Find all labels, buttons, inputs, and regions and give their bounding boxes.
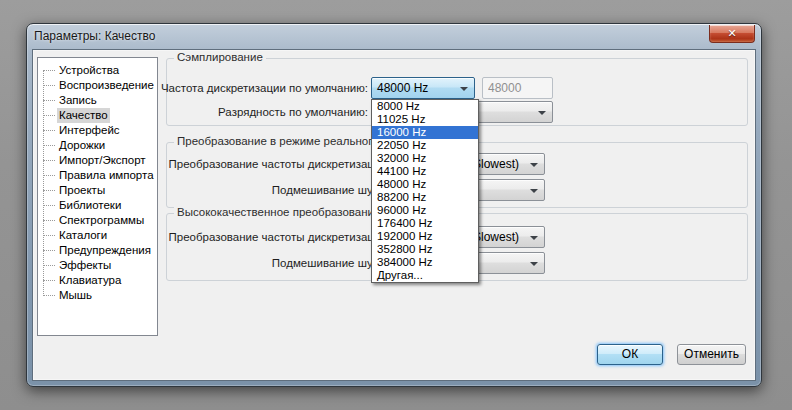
sidebar-item[interactable]: Запись [38, 93, 157, 108]
combo-value: 48000 Hz [377, 81, 428, 95]
dropdown-option[interactable]: 352800 Hz [372, 243, 478, 256]
dropdown-arrow-icon [460, 87, 468, 91]
rt-dither-label: Подмешивание шума: [150, 179, 390, 201]
dropdown-option[interactable]: 384000 Hz [372, 256, 478, 269]
screen: Параметры: Качество ✕ УстройстваВоспроиз… [0, 0, 792, 410]
preferences-tree: УстройстваВоспроизведениеЗаписьКачествоИ… [37, 57, 158, 336]
dropdown-arrow-icon [530, 163, 538, 167]
dropdown-option[interactable]: 16000 Hz [372, 126, 478, 139]
sidebar-item-label: Мышь [57, 288, 94, 303]
sidebar-item[interactable]: Импорт/Экспорт [38, 153, 157, 168]
sidebar-item[interactable]: Интерфейс [38, 123, 157, 138]
group-hq-title: Высококачественное преобразование [174, 206, 383, 218]
sidebar-item[interactable]: Мышь [38, 288, 157, 303]
sidebar-item[interactable]: Каталоги [38, 228, 157, 243]
ok-button[interactable]: ОК [597, 344, 663, 365]
sidebar-item-label: Эффекты [57, 258, 113, 273]
sidebar-item-label: Дорожки [57, 138, 107, 153]
sample-rate-dropdown-list: 8000 Hz11025 Hz16000 Hz22050 Hz32000 Hz4… [371, 99, 479, 283]
sidebar-item-label: Воспроизведение [57, 78, 156, 93]
default-bit-depth-label: Разрядность по умолчанию: [150, 101, 368, 123]
dropdown-option[interactable]: 176400 Hz [372, 217, 478, 230]
dropdown-arrow-icon [530, 189, 538, 193]
dropdown-option[interactable]: 44100 Hz [372, 165, 478, 178]
hq-dither-label: Подмешивание шума: [150, 252, 390, 274]
dropdown-option[interactable]: 11025 Hz [372, 113, 478, 126]
sidebar-item-label: Проекты [57, 183, 107, 198]
sidebar-item[interactable]: Проекты [38, 183, 157, 198]
rt-sample-rate-converter-label: Преобразование частоты дискретизации: [150, 153, 390, 175]
sidebar-item[interactable]: Эффекты [38, 258, 157, 273]
dialog-title: Параметры: Качество [34, 29, 155, 43]
dropdown-option[interactable]: 8000 Hz [372, 100, 478, 113]
sidebar-item[interactable]: Клавиатура [38, 273, 157, 288]
sidebar-item[interactable]: Предупреждения [38, 243, 157, 258]
sidebar-item-label: Запись [57, 93, 99, 108]
close-button[interactable]: ✕ [709, 25, 755, 43]
sidebar-item-label: Спектрограммы [57, 213, 146, 228]
sidebar-item[interactable]: Качество [38, 108, 157, 123]
dropdown-option[interactable]: 32000 Hz [372, 152, 478, 165]
cancel-button[interactable]: Отменить [677, 344, 746, 365]
dropdown-option[interactable]: 192000 Hz [372, 230, 478, 243]
sidebar-item[interactable]: Библиотеки [38, 198, 157, 213]
sidebar-item-label: Каталоги [57, 228, 109, 243]
sidebar-item[interactable]: Воспроизведение [38, 78, 157, 93]
dropdown-arrow-icon [538, 111, 546, 115]
sidebar-item-label: Библиотеки [57, 198, 123, 213]
hq-sample-rate-converter-label: Преобразование частоты дискретизации: [150, 226, 390, 248]
dropdown-option[interactable]: Другая... [372, 269, 478, 282]
default-sample-rate-label: Частота дискретизации по умолчанию: [150, 77, 368, 99]
dropdown-arrow-icon [530, 262, 538, 266]
dropdown-option[interactable]: 48000 Hz [372, 178, 478, 191]
sidebar-item-label: Предупреждения [57, 243, 153, 258]
sidebar-item-label: Правила импорта [57, 168, 156, 183]
sidebar-item-label: Клавиатура [57, 273, 123, 288]
default-sample-rate-combo[interactable]: 48000 Hz [371, 77, 475, 99]
dropdown-option[interactable]: 96000 Hz [372, 204, 478, 217]
sidebar-item[interactable]: Правила импорта [38, 168, 157, 183]
dropdown-option[interactable]: 22050 Hz [372, 139, 478, 152]
custom-sample-rate-field [482, 77, 553, 99]
sidebar-item[interactable]: Дорожки [38, 138, 157, 153]
dropdown-arrow-icon [530, 236, 538, 240]
sidebar-item-label: Устройства [57, 63, 121, 78]
group-sampling-title: Сэмплирование [174, 51, 266, 63]
sidebar-item-label: Качество [57, 108, 110, 123]
close-icon: ✕ [710, 25, 754, 42]
sidebar-item[interactable]: Спектрограммы [38, 213, 157, 228]
sidebar-item[interactable]: Устройства [38, 63, 157, 78]
sidebar-item-label: Интерфейс [57, 123, 122, 138]
dropdown-option[interactable]: 88200 Hz [372, 191, 478, 204]
sidebar-item-label: Импорт/Экспорт [57, 153, 148, 168]
